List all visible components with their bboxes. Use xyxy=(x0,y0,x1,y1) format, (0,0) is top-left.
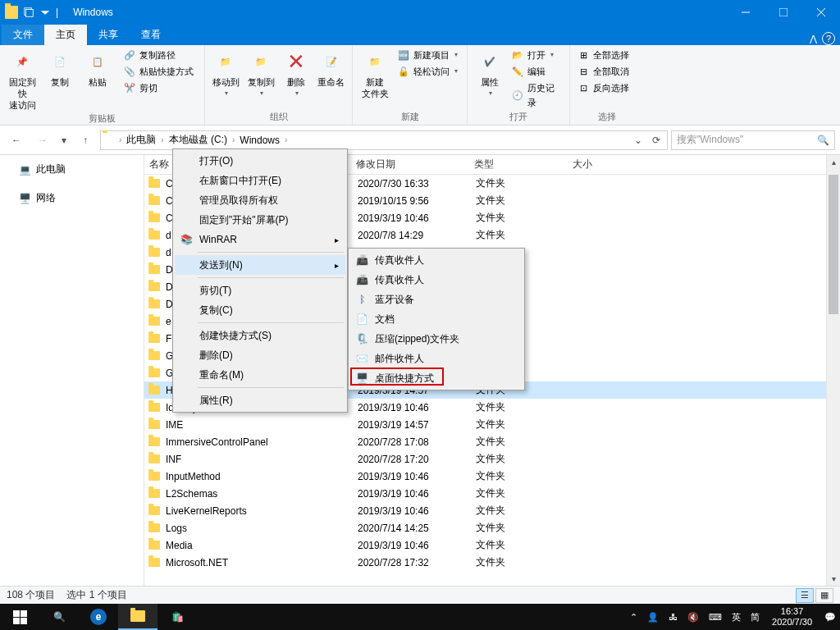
scrollbar[interactable]: ▴ ▾ xyxy=(826,155,840,586)
details-view-toggle[interactable]: ☰ xyxy=(796,588,814,603)
cut-button[interactable]: ✂️剪切 xyxy=(120,80,197,96)
qat-icon[interactable] xyxy=(39,7,51,18)
open-button[interactable]: 📂打开▾ xyxy=(508,47,566,63)
context-menu[interactable]: 打开(O) 在新窗口中打开(E) 管理员取得所有权 固定到"开始"屏幕(P) 📚… xyxy=(172,148,348,413)
ctx-rename[interactable]: 重命名(M) xyxy=(175,365,345,385)
sub-fax1[interactable]: 📠传真收件人 xyxy=(350,250,523,270)
pin-quick-access-button[interactable]: 📌固定到快 速访问 xyxy=(3,47,41,112)
move-to-button[interactable]: 📁移动到▾ xyxy=(208,47,244,101)
up-button[interactable]: ↑ xyxy=(74,130,97,151)
history-button[interactable]: 🕘历史记录 xyxy=(508,80,566,111)
sub-fax2[interactable]: 📠传真收件人 xyxy=(350,270,523,290)
tray-clock[interactable]: 16:372020/7/30 xyxy=(765,606,819,628)
scroll-up-arrow[interactable]: ▴ xyxy=(827,155,840,169)
ctx-properties[interactable]: 属性(R) xyxy=(175,390,345,410)
action-center-icon[interactable]: 💬 xyxy=(820,604,840,630)
scroll-thumb[interactable] xyxy=(829,175,838,314)
table-row[interactable]: INF2020/7/28 17:20文件夹 xyxy=(144,450,840,468)
table-row[interactable]: Logs2020/7/14 14:25文件夹 xyxy=(144,519,840,536)
ctx-send-to[interactable]: 发送到(N)▸ xyxy=(175,255,345,275)
tray-people-icon[interactable]: 👤 xyxy=(643,604,663,630)
explorer-button[interactable] xyxy=(118,604,158,630)
send-to-submenu[interactable]: 📠传真收件人 📠传真收件人 ᛒ蓝牙设备 📄文档 🗜️压缩(zipped)文件夹 … xyxy=(348,248,525,390)
paste-button[interactable]: 📋粘贴 xyxy=(79,47,116,89)
tab-share[interactable]: 共享 xyxy=(87,25,130,45)
sub-desktop-shortcut[interactable]: 🖥️桌面快捷方式 xyxy=(350,368,523,388)
col-date[interactable]: 修改日期 xyxy=(356,158,474,171)
tray-volume-icon[interactable]: 🔇 xyxy=(683,604,703,630)
store-button[interactable]: 🛍️ xyxy=(158,604,197,630)
col-size[interactable]: 大小 xyxy=(573,158,638,171)
help-icon[interactable]: ? xyxy=(822,32,835,45)
table-row[interactable]: L2Schemas2019/3/19 10:46文件夹 xyxy=(144,485,840,502)
nav-network[interactable]: 🖥️网络 xyxy=(0,189,144,208)
table-row[interactable]: Media2019/3/19 10:46文件夹 xyxy=(144,536,840,554)
file-date: 2020/7/30 16:33 xyxy=(358,178,476,189)
ctx-open[interactable]: 打开(O) xyxy=(175,151,345,171)
refresh-button[interactable]: ⟳ xyxy=(647,131,665,149)
address-dropdown[interactable]: ⌄ xyxy=(629,131,647,149)
tray-chevron[interactable]: ⌃ xyxy=(626,604,641,630)
crumb-this-pc[interactable]: 此电脑 xyxy=(123,133,159,147)
sub-zip[interactable]: 🗜️压缩(zipped)文件夹 xyxy=(350,329,523,349)
tab-file[interactable]: 文件 xyxy=(2,25,44,45)
edge-button[interactable]: e xyxy=(79,604,118,630)
tray-ime[interactable]: 英 xyxy=(728,604,745,630)
close-button[interactable] xyxy=(802,0,840,25)
forward-button[interactable]: → xyxy=(31,130,54,151)
copy-button[interactable]: 📄复制 xyxy=(41,47,79,89)
ctx-copy[interactable]: 复制(C) xyxy=(175,300,345,320)
start-button[interactable] xyxy=(0,604,39,630)
invert-selection-button[interactable]: ⊡反向选择 xyxy=(573,80,632,96)
paste-shortcut-button[interactable]: 📎粘贴快捷方式 xyxy=(120,63,197,80)
edit-button[interactable]: ✏️编辑 xyxy=(508,63,566,80)
search-input[interactable]: 搜索"Windows" 🔍 xyxy=(671,130,835,150)
easy-access-button[interactable]: 🔓轻松访问▾ xyxy=(394,63,461,80)
ctx-pin-start[interactable]: 固定到"开始"屏幕(P) xyxy=(175,210,345,230)
rename-button[interactable]: 📝重命名 xyxy=(313,47,349,89)
crumb-drive[interactable]: 本地磁盘 (C:) xyxy=(166,133,231,147)
collapse-ribbon-icon[interactable]: ⋀ xyxy=(810,34,817,44)
delete-button[interactable]: ✕删除▾ xyxy=(279,47,314,101)
ctx-delete[interactable]: 删除(D) xyxy=(175,345,345,365)
properties-button[interactable]: ✔️属性▾ xyxy=(471,47,508,101)
copy-path-button[interactable]: 🔗复制路径 xyxy=(120,47,197,63)
new-folder-button[interactable]: 📁新建 文件夹 xyxy=(356,47,394,101)
sub-documents[interactable]: 📄文档 xyxy=(350,309,523,329)
ctx-winrar[interactable]: 📚WinRAR▸ xyxy=(175,230,345,249)
tray-network-icon[interactable]: 🖧 xyxy=(664,604,682,630)
maximize-button[interactable] xyxy=(765,0,802,25)
search-button[interactable]: 🔍 xyxy=(39,604,79,630)
select-none-button[interactable]: ⊟全部取消 xyxy=(573,63,632,80)
icons-view-toggle[interactable]: ▦ xyxy=(815,588,833,603)
scroll-down-arrow[interactable]: ▾ xyxy=(827,572,840,586)
new-item-button[interactable]: 🆕新建项目▾ xyxy=(394,47,461,63)
table-row[interactable]: IME2019/3/19 14:57文件夹 xyxy=(144,416,840,433)
sub-mail[interactable]: ✉️邮件收件人 xyxy=(350,349,523,368)
copy-to-button[interactable]: 📁复制到▾ xyxy=(244,47,279,101)
table-row[interactable]: Microsoft.NET2020/7/28 17:32文件夹 xyxy=(144,554,840,571)
crumb-folder[interactable]: Windows xyxy=(236,135,283,146)
col-type[interactable]: 类型 xyxy=(474,158,573,171)
select-all-button[interactable]: ⊞全部选择 xyxy=(573,47,632,63)
tab-view[interactable]: 查看 xyxy=(130,25,172,45)
tray-ime2[interactable]: 简 xyxy=(746,604,764,630)
back-button[interactable]: ← xyxy=(5,130,28,151)
recent-locations-button[interactable]: ▾ xyxy=(57,130,71,151)
folder-icon xyxy=(148,246,161,259)
ctx-open-new-window[interactable]: 在新窗口中打开(E) xyxy=(175,171,345,190)
table-row[interactable]: ImmersiveControlPanel2020/7/28 17:08文件夹 xyxy=(144,433,840,450)
sub-bluetooth[interactable]: ᛒ蓝牙设备 xyxy=(350,290,523,309)
ctx-create-shortcut[interactable]: 创建快捷方式(S) xyxy=(175,326,345,345)
qat-icon[interactable] xyxy=(23,7,34,18)
address-bar[interactable]: › 此电脑 › 本地磁盘 (C:) › Windows › ⌄ ⟳ xyxy=(100,130,668,150)
tab-home[interactable]: 主页 xyxy=(44,25,87,45)
minimize-button[interactable] xyxy=(727,0,765,25)
table-row[interactable]: InputMethod2019/3/19 10:46文件夹 xyxy=(144,468,840,485)
ctx-admin-ownership[interactable]: 管理员取得所有权 xyxy=(175,190,345,210)
ctx-cut[interactable]: 剪切(T) xyxy=(175,281,345,300)
tray-keyboard-icon[interactable]: ⌨ xyxy=(705,604,726,630)
table-row[interactable]: LiveKernelReports2019/3/19 10:46文件夹 xyxy=(144,502,840,519)
folder-icon xyxy=(148,367,161,380)
nav-this-pc[interactable]: 💻此电脑 xyxy=(0,160,144,179)
